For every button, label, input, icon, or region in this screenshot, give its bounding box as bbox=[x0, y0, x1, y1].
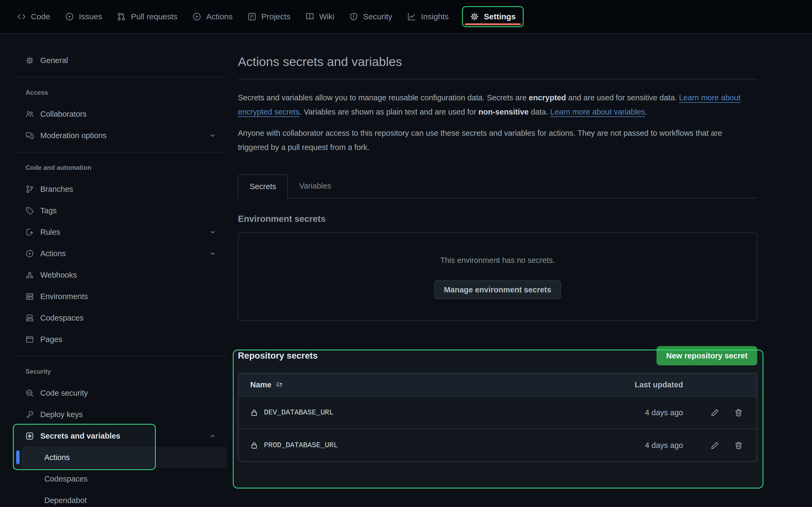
environment-secrets-panel: This environment has no secrets. Manage … bbox=[238, 232, 757, 321]
sidebar-subitem-codespaces[interactable]: Codespaces bbox=[21, 468, 227, 490]
asterisk-box-icon bbox=[26, 432, 34, 440]
nav-tab-wiki[interactable]: Wiki bbox=[304, 9, 336, 24]
edit-secret-button[interactable] bbox=[711, 408, 719, 417]
secret-name: DEV_DATABASE_URL bbox=[264, 408, 334, 416]
column-header-last-updated: Last updated bbox=[635, 380, 683, 389]
nav-tab-pull-requests[interactable]: Pull requests bbox=[115, 9, 179, 24]
sidebar-subitem-dependabot[interactable]: Dependabot bbox=[21, 490, 227, 507]
table-row: DEV_DATABASE_URL 4 days ago bbox=[239, 396, 757, 429]
intro-text: . Variables are shown as plain text and … bbox=[299, 108, 478, 116]
manage-environment-secrets-button[interactable]: Manage environment secrets bbox=[434, 280, 561, 299]
sidebar-item-branches[interactable]: Branches bbox=[15, 178, 227, 200]
sidebar-divider bbox=[15, 152, 227, 153]
comment-discussion-icon bbox=[26, 131, 34, 140]
column-header-name[interactable]: Name bbox=[239, 380, 570, 389]
edit-secret-button[interactable] bbox=[711, 441, 719, 450]
nav-tab-actions[interactable]: Actions bbox=[191, 9, 234, 24]
sidebar-item-collaborators[interactable]: Collaborators bbox=[15, 103, 227, 125]
sidebar-item-deploy-keys[interactable]: Deploy keys bbox=[15, 404, 227, 425]
nav-tab-security[interactable]: Security bbox=[348, 9, 394, 24]
sidebar-subitem-label: Dependabot bbox=[44, 496, 87, 505]
sidebar-item-label: Pages bbox=[40, 335, 62, 344]
sidebar-section-code-and-automation: Code and automation bbox=[15, 157, 227, 178]
codespaces-icon bbox=[26, 314, 34, 322]
sidebar-item-actions[interactable]: Actions bbox=[15, 243, 227, 264]
people-icon bbox=[26, 110, 34, 118]
sidebar-item-label: Deploy keys bbox=[40, 410, 83, 419]
sidebar-item-general[interactable]: General bbox=[15, 50, 227, 71]
sidebar-item-label: Rules bbox=[40, 228, 60, 237]
code-icon bbox=[17, 12, 26, 21]
sidebar-item-environments[interactable]: Environments bbox=[15, 286, 227, 307]
sidebar-item-code-security[interactable]: Code security bbox=[15, 382, 227, 404]
nav-tab-issues[interactable]: Issues bbox=[64, 9, 104, 24]
sidebar-divider bbox=[15, 356, 227, 356]
sidebar-item-webhooks[interactable]: Webhooks bbox=[15, 264, 227, 286]
sidebar-item-pages[interactable]: Pages bbox=[15, 329, 227, 350]
book-icon bbox=[306, 12, 314, 21]
new-repository-secret-button[interactable]: New repository secret bbox=[657, 346, 757, 365]
sidebar-subitem-label: Codespaces bbox=[44, 474, 88, 484]
sidebar-subitem-label: Actions bbox=[44, 453, 70, 462]
secret-name-cell: DEV_DATABASE_URL bbox=[239, 408, 570, 416]
title-divider bbox=[238, 79, 757, 79]
sidebar-item-secrets-and-variables[interactable]: Secrets and variables bbox=[15, 425, 227, 447]
row-actions bbox=[683, 441, 757, 450]
nav-tab-insights[interactable]: Insights bbox=[406, 9, 450, 24]
nav-label: Security bbox=[363, 12, 392, 21]
issue-opened-icon bbox=[65, 12, 74, 21]
delete-secret-button[interactable] bbox=[734, 408, 743, 417]
sidebar-subitem-actions[interactable]: Actions bbox=[21, 447, 227, 468]
sidebar-item-tags[interactable]: Tags bbox=[15, 200, 227, 221]
sidebar-item-label: Webhooks bbox=[40, 271, 77, 280]
delete-secret-button[interactable] bbox=[734, 441, 743, 450]
webhook-icon bbox=[26, 271, 34, 279]
environment-empty-message: This environment has no secrets. bbox=[440, 256, 555, 265]
intro-text: Secrets and variables allow you to manag… bbox=[238, 93, 529, 102]
repository-secrets-heading: Repository secrets bbox=[238, 351, 318, 361]
secret-name-cell: PROD_DATABASE_URL bbox=[239, 441, 570, 449]
sidebar-item-label: Branches bbox=[40, 185, 73, 194]
gear-icon bbox=[470, 12, 479, 21]
nav-label: Issues bbox=[79, 12, 102, 21]
sidebar-divider bbox=[15, 77, 227, 77]
tab-secrets[interactable]: Secrets bbox=[238, 174, 288, 199]
graph-icon bbox=[407, 12, 416, 21]
sidebar-item-codespaces[interactable]: Codespaces bbox=[15, 307, 227, 329]
browser-icon bbox=[26, 335, 34, 344]
sidebar-section-security: Security bbox=[15, 361, 227, 382]
nav-tab-projects[interactable]: Projects bbox=[246, 9, 292, 24]
settings-sidebar: General Access Collaborators Moderation … bbox=[15, 34, 227, 507]
chevron-up-icon bbox=[209, 433, 216, 439]
sidebar-item-label: General bbox=[40, 56, 68, 65]
sidebar-item-rules[interactable]: Rules bbox=[15, 221, 227, 243]
nav-tab-code[interactable]: Code bbox=[15, 9, 52, 24]
sidebar-section-access: Access bbox=[15, 82, 227, 103]
secrets-variables-tabs: Secrets Variables bbox=[238, 174, 757, 199]
tag-icon bbox=[26, 207, 34, 215]
intro-bold-non-sensitive: non-sensitive bbox=[478, 108, 529, 116]
nav-label: Actions bbox=[206, 12, 233, 21]
nav-label: Settings bbox=[484, 12, 516, 21]
nav-label: Pull requests bbox=[131, 12, 177, 21]
lock-icon bbox=[250, 442, 258, 449]
secret-updated: 4 days ago bbox=[645, 408, 683, 417]
intro-text: data. bbox=[529, 108, 551, 116]
lock-icon bbox=[250, 409, 258, 416]
chevron-down-icon bbox=[209, 229, 216, 235]
environment-secrets-heading: Environment secrets bbox=[238, 214, 757, 224]
intro-text: and are used for sensitive data. bbox=[566, 93, 679, 102]
tab-variables[interactable]: Variables bbox=[288, 174, 342, 198]
collaborator-access-note: Anyone with collaborator access to this … bbox=[238, 126, 751, 155]
project-board-icon bbox=[248, 12, 256, 21]
sidebar-item-label: Tags bbox=[40, 206, 57, 215]
link-learn-variables[interactable]: Learn more about variables bbox=[550, 108, 645, 116]
rules-icon bbox=[26, 228, 34, 236]
sidebar-item-label: Code security bbox=[40, 389, 88, 398]
server-icon bbox=[26, 292, 34, 301]
git-pull-request-icon bbox=[117, 12, 126, 21]
chevron-down-icon bbox=[209, 132, 216, 139]
nav-tab-settings[interactable]: Settings bbox=[462, 6, 524, 27]
sidebar-item-moderation-options[interactable]: Moderation options bbox=[15, 125, 227, 146]
secret-updated: 4 days ago bbox=[645, 441, 683, 450]
